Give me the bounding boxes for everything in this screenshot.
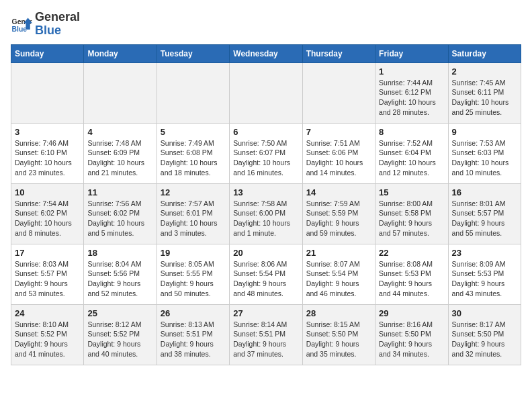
day-info: Sunrise: 8:14 AMSunset: 5:51 PMDaylight:… [233,320,298,359]
day-number: 23 [452,248,517,258]
day-info: Sunrise: 8:09 AMSunset: 5:53 PMDaylight:… [452,259,517,299]
calendar-body: 1Sunrise: 7:44 AMSunset: 6:12 PMDaylight… [11,62,521,365]
logo-text: General Blue [35,11,80,38]
weekday-header-monday: Monday [84,44,157,62]
day-info: Sunrise: 8:01 AMSunset: 5:57 PMDaylight:… [452,199,517,238]
calendar-cell: 16Sunrise: 8:01 AMSunset: 5:57 PMDayligh… [448,183,521,244]
day-info: Sunrise: 7:56 AMSunset: 6:02 PMDaylight:… [87,199,152,238]
day-info: Sunrise: 7:51 AMSunset: 6:06 PMDaylight:… [306,138,371,178]
calendar-week-5: 24Sunrise: 8:10 AMSunset: 5:52 PMDayligh… [11,304,521,365]
day-number: 27 [233,308,298,318]
calendar-cell: 8Sunrise: 7:52 AMSunset: 6:04 PMDaylight… [375,123,448,183]
day-info: Sunrise: 8:00 AMSunset: 5:58 PMDaylight:… [379,199,444,238]
calendar-cell: 22Sunrise: 8:08 AMSunset: 5:53 PMDayligh… [375,244,448,304]
day-number: 10 [15,187,80,197]
calendar-cell: 21Sunrise: 8:07 AMSunset: 5:54 PMDayligh… [302,244,375,304]
day-number: 29 [379,308,444,318]
calendar-cell: 14Sunrise: 7:59 AMSunset: 5:59 PMDayligh… [302,183,375,244]
calendar-cell [230,62,302,123]
day-info: Sunrise: 7:46 AMSunset: 6:10 PMDaylight:… [15,138,80,178]
weekday-header-saturday: Saturday [448,44,521,62]
calendar-cell: 20Sunrise: 8:06 AMSunset: 5:54 PMDayligh… [230,244,302,304]
calendar-cell: 19Sunrise: 8:05 AMSunset: 5:55 PMDayligh… [157,244,229,304]
day-number: 30 [452,308,517,318]
calendar-cell: 24Sunrise: 8:10 AMSunset: 5:52 PMDayligh… [11,304,84,365]
day-number: 14 [306,187,371,197]
calendar-week-3: 10Sunrise: 7:54 AMSunset: 6:02 PMDayligh… [11,183,521,244]
day-info: Sunrise: 8:16 AMSunset: 5:50 PMDaylight:… [379,320,444,359]
logo: General Blue General Blue [11,11,80,38]
day-number: 17 [15,248,80,258]
day-info: Sunrise: 8:12 AMSunset: 5:52 PMDaylight:… [87,320,152,359]
day-number: 8 [379,127,444,137]
day-info: Sunrise: 7:45 AMSunset: 6:11 PMDaylight:… [452,78,517,118]
calendar-table: SundayMondayTuesdayWednesdayThursdayFrid… [11,44,521,365]
calendar-week-4: 17Sunrise: 8:03 AMSunset: 5:57 PMDayligh… [11,244,521,304]
weekday-header-wednesday: Wednesday [230,44,302,62]
day-info: Sunrise: 8:13 AMSunset: 5:51 PMDaylight:… [161,320,226,359]
calendar-cell: 9Sunrise: 7:53 AMSunset: 6:03 PMDaylight… [448,123,521,183]
day-number: 25 [87,308,152,318]
calendar-cell: 3Sunrise: 7:46 AMSunset: 6:10 PMDaylight… [11,123,84,183]
day-info: Sunrise: 7:54 AMSunset: 6:02 PMDaylight:… [15,199,80,238]
calendar-cell: 23Sunrise: 8:09 AMSunset: 5:53 PMDayligh… [448,244,521,304]
day-info: Sunrise: 7:53 AMSunset: 6:03 PMDaylight:… [452,138,517,178]
day-number: 24 [15,308,80,318]
day-number: 19 [161,248,226,258]
calendar-week-2: 3Sunrise: 7:46 AMSunset: 6:10 PMDaylight… [11,123,521,183]
calendar-cell: 29Sunrise: 8:16 AMSunset: 5:50 PMDayligh… [375,304,448,365]
day-number: 3 [15,127,80,137]
calendar-cell: 5Sunrise: 7:49 AMSunset: 6:08 PMDaylight… [157,123,229,183]
calendar-cell: 30Sunrise: 8:17 AMSunset: 5:50 PMDayligh… [448,304,521,365]
calendar-cell: 17Sunrise: 8:03 AMSunset: 5:57 PMDayligh… [11,244,84,304]
day-number: 13 [233,187,298,197]
day-number: 12 [161,187,226,197]
day-info: Sunrise: 8:05 AMSunset: 5:55 PMDaylight:… [161,259,226,299]
day-number: 20 [233,248,298,258]
day-number: 2 [452,66,517,77]
calendar-cell: 27Sunrise: 8:14 AMSunset: 5:51 PMDayligh… [230,304,302,365]
logo-icon: General Blue [11,13,32,35]
day-info: Sunrise: 7:57 AMSunset: 6:01 PMDaylight:… [161,199,226,238]
weekday-header-friday: Friday [375,44,448,62]
weekday-header-sunday: Sunday [11,44,84,62]
day-info: Sunrise: 8:17 AMSunset: 5:50 PMDaylight:… [452,320,517,359]
day-number: 7 [306,127,371,137]
day-info: Sunrise: 7:58 AMSunset: 6:00 PMDaylight:… [233,199,298,238]
calendar-cell [84,62,157,123]
calendar-cell: 2Sunrise: 7:45 AMSunset: 6:11 PMDaylight… [448,62,521,123]
weekday-header-row: SundayMondayTuesdayWednesdayThursdayFrid… [11,44,521,62]
weekday-header-tuesday: Tuesday [157,44,229,62]
day-number: 11 [87,187,152,197]
calendar-cell: 13Sunrise: 7:58 AMSunset: 6:00 PMDayligh… [230,183,302,244]
day-number: 4 [87,127,152,137]
calendar-cell: 1Sunrise: 7:44 AMSunset: 6:12 PMDaylight… [375,62,448,123]
day-info: Sunrise: 7:59 AMSunset: 5:59 PMDaylight:… [306,199,371,238]
page-header: General Blue General Blue [11,11,521,38]
day-info: Sunrise: 8:06 AMSunset: 5:54 PMDaylight:… [233,259,298,299]
day-info: Sunrise: 8:10 AMSunset: 5:52 PMDaylight:… [15,320,80,359]
weekday-header-thursday: Thursday [302,44,375,62]
calendar-cell: 26Sunrise: 8:13 AMSunset: 5:51 PMDayligh… [157,304,229,365]
day-info: Sunrise: 8:03 AMSunset: 5:57 PMDaylight:… [15,259,80,299]
calendar-cell [302,62,375,123]
day-info: Sunrise: 8:15 AMSunset: 5:50 PMDaylight:… [306,320,371,359]
day-number: 26 [161,308,226,318]
calendar-cell: 11Sunrise: 7:56 AMSunset: 6:02 PMDayligh… [84,183,157,244]
day-info: Sunrise: 7:49 AMSunset: 6:08 PMDaylight:… [161,138,226,178]
day-info: Sunrise: 8:04 AMSunset: 5:56 PMDaylight:… [87,259,152,299]
calendar-cell: 28Sunrise: 8:15 AMSunset: 5:50 PMDayligh… [302,304,375,365]
day-info: Sunrise: 7:48 AMSunset: 6:09 PMDaylight:… [87,138,152,178]
day-number: 1 [379,66,444,77]
calendar-cell: 15Sunrise: 8:00 AMSunset: 5:58 PMDayligh… [375,183,448,244]
calendar-cell: 18Sunrise: 8:04 AMSunset: 5:56 PMDayligh… [84,244,157,304]
calendar-cell [11,62,84,123]
calendar-cell: 7Sunrise: 7:51 AMSunset: 6:06 PMDaylight… [302,123,375,183]
day-number: 18 [87,248,152,258]
calendar-cell [157,62,229,123]
day-info: Sunrise: 7:44 AMSunset: 6:12 PMDaylight:… [379,78,444,118]
day-number: 6 [233,127,298,137]
day-info: Sunrise: 8:07 AMSunset: 5:54 PMDaylight:… [306,259,371,299]
day-number: 21 [306,248,371,258]
day-number: 22 [379,248,444,258]
